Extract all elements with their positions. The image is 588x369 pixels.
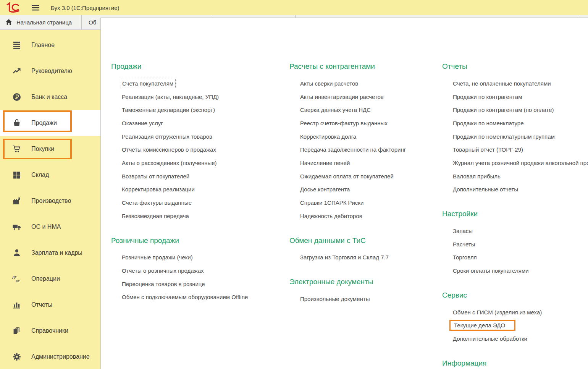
menu-link[interactable]: Текущие дела ЭДО: [453, 319, 588, 332]
window-titlebar: Бух 3.0 (1С:Предприятие): [0, 0, 588, 15]
menu-link-label: Переоценка товаров в рознице: [122, 281, 205, 287]
menu-link[interactable]: Реализация (акты, накладные, УПД): [122, 90, 287, 104]
menu-column-1: ПродажиСчета покупателямРеализация (акты…: [111, 18, 287, 369]
menu-link[interactable]: Ожидаемая оплата от покупателей: [300, 170, 440, 183]
menu-link[interactable]: Сверка данных учета НДС: [300, 103, 440, 117]
sidebar-item-sales[interactable]: Продажи: [0, 110, 100, 136]
sidebar-item-payroll-hr[interactable]: Зарплата и кадры: [0, 240, 100, 266]
menu-link[interactable]: Таможенные декларации (экспорт): [122, 103, 287, 117]
section-retail-sales: Розничные продажиРозничные продажи (чеки…: [111, 236, 287, 304]
sidebar-item-label: Главное: [31, 42, 55, 49]
sidebar-item-bank-cash[interactable]: Банк и касса: [0, 84, 100, 110]
shopping-cart-icon: [11, 144, 22, 154]
menu-link-label: Акты инвентаризации расчетов: [300, 94, 384, 100]
sidebar-item-label: Производство: [31, 197, 71, 204]
menu-link[interactable]: Корректировка долга: [300, 130, 440, 143]
menu-link[interactable]: Досье контрагента: [300, 183, 440, 196]
sidebar-item-label: Зарплата и кадры: [31, 249, 82, 256]
hamburger-menu-icon[interactable]: [31, 4, 40, 11]
menu-link[interactable]: Акты о расхождениях (полученные): [122, 156, 287, 170]
menu-link-label: Продажи по контрагентам: [453, 94, 522, 100]
sidebar-item-directories[interactable]: Справочники: [0, 318, 100, 344]
sidebar-item-reports[interactable]: Отчеты: [0, 292, 100, 318]
menu-link[interactable]: Счета, не оплаченные покупателями: [453, 77, 588, 90]
sidebar-item-label: Банк и касса: [31, 94, 67, 100]
gear-icon: [11, 352, 22, 361]
menu-link[interactable]: Обмен с ГИСМ (изделия из меха): [453, 306, 588, 319]
section-title-service: Сервис: [442, 291, 588, 301]
menu-link[interactable]: Валовая прибыль: [453, 170, 588, 183]
menu-link[interactable]: Оказание услуг: [122, 117, 287, 130]
menu-link-label: Досье контрагента: [300, 186, 350, 193]
sales-menu-panel: ПродажиСчета покупателямРеализация (акты…: [100, 18, 588, 369]
tab-home-page[interactable]: Начальная страница: [0, 15, 82, 29]
section-settings: НастройкиЗапасыРасчетыТорговляСроки опла…: [442, 210, 588, 277]
menu-link[interactable]: Корректировка реализации: [122, 183, 287, 196]
person-icon: [11, 248, 22, 257]
menu-link[interactable]: Расчеты: [453, 238, 588, 251]
menu-link[interactable]: Загрузка из Торговля и Склад 7.7: [300, 251, 440, 264]
section-items: ЗапасыРасчетыТорговляСроки оплаты покупа…: [442, 224, 588, 277]
menu-link[interactable]: Продажи по номенклатурным группам: [453, 130, 588, 143]
menu-link[interactable]: Начисление пеней: [300, 156, 440, 170]
menu-link-label: Ожидаемая оплата от покупателей: [300, 173, 394, 180]
menu-link[interactable]: Надежность дебиторов: [300, 209, 440, 223]
menu-link[interactable]: Запасы: [453, 224, 588, 238]
svg-text:Дт: Дт: [12, 275, 17, 279]
sidebar-item-manager[interactable]: Руководителю: [0, 58, 100, 84]
menu-link[interactable]: Дополнительные обработки: [453, 332, 588, 345]
menu-link[interactable]: Сроки оплаты покупателями: [453, 264, 588, 277]
menu-link[interactable]: Отчеты о розничных продажах: [122, 264, 287, 277]
menu-link[interactable]: Продажи по номенклатуре: [453, 117, 588, 130]
menu-link[interactable]: Товарный отчет (ТОРГ-29): [453, 143, 588, 156]
sidebar-item-production[interactable]: Производство: [0, 188, 100, 214]
menu-link[interactable]: Счета покупателям: [122, 77, 287, 90]
menu-link[interactable]: Журнал учета розничной продажи алкогольн…: [453, 156, 588, 170]
menu-link[interactable]: Акты сверки расчетов: [300, 77, 440, 90]
menu-link-label: Начисление пеней: [300, 160, 350, 166]
menu-link-label: Дополнительные обработки: [453, 335, 527, 342]
menu-link-label: Акты сверки расчетов: [300, 80, 358, 87]
menu-link[interactable]: Возвраты от покупателей: [122, 170, 287, 183]
menu-link[interactable]: Дополнительные отчеты: [453, 183, 588, 196]
section-items: Загрузка из Торговля и Склад 7.7: [289, 251, 440, 264]
menu-link[interactable]: Произвольные документы: [300, 292, 440, 306]
section-settlements: Расчеты с контрагентамиАкты сверки расче…: [289, 62, 440, 223]
menu-link[interactable]: Реестр счетов-фактур выданных: [300, 117, 440, 130]
menu-link-label: Торговля: [453, 254, 477, 261]
sidebar-item-label: Администрирование: [31, 353, 90, 360]
menu-link[interactable]: Реализация отгруженных товаров: [122, 130, 287, 143]
menu-link-label: Реализация отгруженных товаров: [122, 133, 212, 140]
menu-link[interactable]: Розничные продажи (чеки): [122, 251, 287, 264]
menu-link[interactable]: Обмен с подключаемым оборудованием Offli…: [122, 291, 287, 304]
sidebar-item-label: Руководителю: [31, 68, 72, 74]
menu-link-label: Текущие дела ЭДО: [449, 320, 515, 331]
menu-link[interactable]: Торговля: [453, 251, 588, 264]
menu-link[interactable]: Отчеты комиссионеров о продажах: [122, 143, 287, 156]
menu-link[interactable]: Передача задолженности на факторинг: [300, 143, 440, 156]
menu-link-label: Реализация (акты, накладные, УПД): [122, 94, 219, 100]
section-reports: ОтчетыСчета, не оплаченные покупателямиП…: [442, 62, 588, 196]
sidebar-item-warehouse[interactable]: Склад: [0, 162, 100, 188]
sidebar-nav: ГлавноеРуководителюБанк и кассаПродажиПо…: [0, 30, 100, 369]
menu-link[interactable]: Безвозмездная передача: [122, 209, 287, 223]
menu-link[interactable]: Справки 1СПАРК Риски: [300, 196, 440, 209]
menu-link-label: Возвраты от покупателей: [122, 173, 189, 180]
sidebar-item-label: Отчеты: [31, 301, 52, 308]
menu-link-label: Надежность дебиторов: [300, 213, 362, 219]
menu-link-label: Обмен с подключаемым оборудованием Offli…: [122, 294, 248, 300]
menu-link-label: Загрузка из Торговля и Склад 7.7: [300, 254, 389, 261]
sidebar-item-purchases[interactable]: Покупки: [0, 136, 100, 162]
menu-link[interactable]: Счета-фактуры выданные: [122, 196, 287, 209]
menu-link[interactable]: Продажи по контрагентам (по оплате): [453, 103, 588, 117]
section-title-tis-exchange: Обмен данными с ТиС: [289, 236, 440, 246]
menu-link[interactable]: Акты инвентаризации расчетов: [300, 90, 440, 104]
section-title-information: Информация: [442, 359, 588, 369]
menu-link[interactable]: Переоценка товаров в рознице: [122, 277, 287, 291]
sidebar-item-operations[interactable]: ДтКтОперации: [0, 266, 100, 292]
menu-link-label: Запасы: [453, 228, 473, 234]
sidebar-item-main[interactable]: Главное: [0, 32, 100, 58]
sidebar-item-administration[interactable]: Администрирование: [0, 344, 100, 369]
menu-link[interactable]: Продажи по контрагентам: [453, 90, 588, 104]
sidebar-item-fixed-assets[interactable]: ОС и НМА: [0, 214, 100, 240]
